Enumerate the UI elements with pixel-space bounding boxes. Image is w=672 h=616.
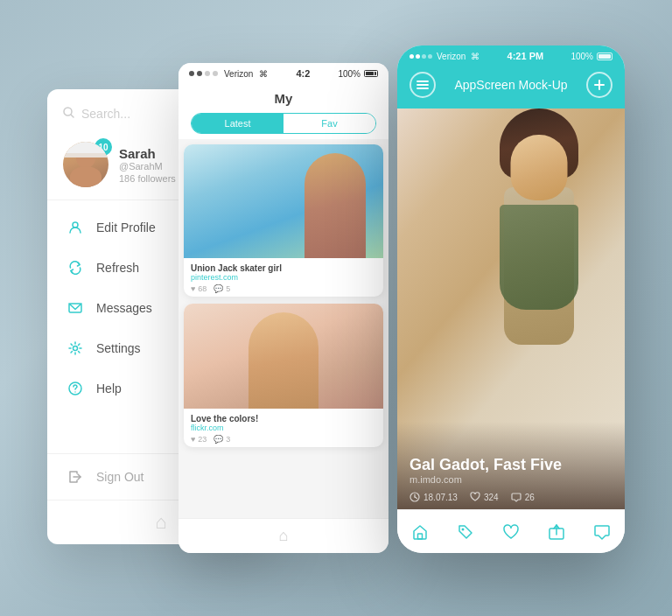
home-icon-feed: ⌂ [279, 527, 289, 545]
nav-heart-button[interactable] [495, 516, 527, 548]
avatar-wrapper: 10 [63, 142, 108, 187]
hero-likes: 324 [470, 492, 499, 502]
feed-title: My [191, 91, 376, 106]
hero-overlay: Gal Gadot, Fast Five m.imdo.com 18.07.13 [397, 422, 625, 509]
feed-content: Union Jack skater girl pinterest.com ♥ 6… [178, 139, 388, 518]
app-signal-dot-1 [410, 54, 414, 59]
envelope-icon [66, 299, 84, 317]
app-signal-dot-4 [428, 54, 432, 59]
avatar [63, 142, 108, 187]
signal-dot-4 [213, 71, 218, 76]
feed-card-2-comments: 💬 3 [214, 435, 230, 444]
feed-status-bar: Verizon ⌘ 4:2 100% [178, 63, 388, 82]
menu-label-refresh: Refresh [96, 261, 139, 275]
hero-title: Gal Gadot, Fast Five [410, 456, 612, 474]
app-bottom-nav [397, 509, 625, 553]
feed-tabs: Latest Fav [191, 113, 376, 134]
profile-followers: 186 followers [119, 173, 176, 184]
svg-rect-10 [282, 352, 286, 354]
signout-icon [66, 468, 84, 486]
svg-point-20 [462, 528, 465, 530]
feed-card-2-image [184, 304, 383, 409]
nav-home-button[interactable] [404, 516, 436, 548]
feed-panel: Verizon ⌘ 4:2 100% My Latest Fav [178, 63, 388, 553]
app-carrier: Verizon [437, 52, 466, 61]
app-signal-dot-2 [416, 54, 420, 59]
svg-rect-8 [278, 353, 289, 360]
question-icon [66, 380, 84, 397]
app-panel: Verizon ⌘ 4:21 PM 100% AppScreen Mock [397, 46, 625, 553]
feed-card-1-image [184, 144, 383, 258]
profile-name: Sarah [119, 146, 176, 161]
profile-info: Sarah @SarahM 186 followers [119, 146, 176, 184]
feed-card-2-likes: ♥ 23 [191, 435, 206, 444]
svg-line-1 [71, 115, 74, 117]
search-icon [63, 107, 74, 121]
feed-card-1-likes: ♥ 68 [191, 284, 206, 293]
feed-card-2[interactable]: Love the colors! flickr.com ♥ 23 💬 3 [184, 304, 383, 447]
signout-label: Sign Out [96, 470, 144, 484]
menu-label-edit-profile: Edit Profile [96, 220, 156, 234]
feed-card-2-stats: ♥ 23 💬 3 [191, 435, 376, 444]
nav-share-button[interactable] [541, 516, 572, 548]
svg-point-6 [74, 391, 75, 392]
profile-handle: @SarahM [119, 161, 176, 172]
feed-bottom-bar: ⌂ [178, 518, 388, 553]
feed-card-2-source: flickr.com [191, 424, 376, 432]
camera-overlay [270, 342, 298, 370]
hero-comments: 26 [511, 492, 535, 502]
add-button[interactable] [586, 72, 612, 98]
menu-label-messages: Messages [96, 301, 152, 315]
feed-card-1-comments: 💬 5 [214, 284, 230, 293]
svg-point-9 [282, 354, 286, 359]
signal-dot-2 [197, 71, 202, 76]
hero-date: 18.07.13 [410, 492, 458, 502]
gear-icon [66, 340, 84, 357]
menu-label-settings: Settings [96, 341, 141, 355]
tab-favorites[interactable]: Fav [284, 114, 375, 133]
app-header: AppScreen Mock-Up [397, 65, 625, 108]
feed-header: My Latest Fav [178, 82, 388, 139]
feed-card-2-title: Love the colors! [191, 414, 376, 424]
heart-icon-small: ♥ [191, 284, 195, 293]
feed-card-1[interactable]: Union Jack skater girl pinterest.com ♥ 6… [184, 144, 383, 297]
feed-battery: 100% [338, 69, 378, 79]
hero-figure [469, 108, 609, 406]
tab-latest[interactable]: Latest [192, 114, 284, 133]
feed-card-2-info: Love the colors! flickr.com ♥ 23 💬 3 [184, 409, 383, 447]
nav-tag-button[interactable] [450, 516, 481, 548]
feed-card-1-title: Union Jack skater girl [191, 263, 376, 273]
person-icon [66, 219, 84, 236]
feed-card-1-stats: ♥ 68 💬 5 [191, 284, 376, 293]
comment-icon-small-2: 💬 [214, 435, 223, 444]
home-icon-menu: ⌂ [155, 511, 166, 534]
svg-point-4 [74, 346, 78, 351]
app-hero-image: Gal Gadot, Fast Five m.imdo.com 18.07.13 [397, 108, 625, 509]
heart-icon-small-2: ♥ [191, 435, 195, 444]
feed-carrier: Verizon [224, 69, 253, 79]
app-battery: 100% [570, 52, 612, 61]
feed-time: 4:2 [296, 68, 310, 79]
hero-stats: 18.07.13 324 26 [410, 492, 612, 502]
nav-chat-button[interactable] [586, 516, 618, 548]
app-status-left: Verizon ⌘ [410, 52, 480, 61]
app-status-bar: Verizon ⌘ 4:21 PM 100% [397, 46, 625, 65]
app-signal-dot-3 [422, 54, 426, 59]
svg-rect-19 [418, 534, 423, 539]
feed-status-left: Verizon ⌘ [189, 69, 268, 79]
svg-point-2 [73, 222, 78, 228]
refresh-icon [66, 259, 84, 276]
signal-dot-3 [205, 71, 210, 76]
feed-card-1-info: Union Jack skater girl pinterest.com ♥ 6… [184, 258, 383, 297]
app-time: 4:21 PM [508, 51, 544, 61]
menu-open-button[interactable] [410, 72, 436, 98]
signal-dot-1 [189, 71, 194, 76]
comment-icon-small: 💬 [214, 284, 223, 293]
search-placeholder: Search... [81, 107, 130, 121]
feed-card-1-source: pinterest.com [191, 273, 376, 282]
svg-line-18 [415, 497, 417, 499]
hero-source: m.imdo.com [410, 474, 612, 485]
menu-label-help: Help [96, 382, 122, 396]
app-title: AppScreen Mock-Up [454, 78, 567, 92]
